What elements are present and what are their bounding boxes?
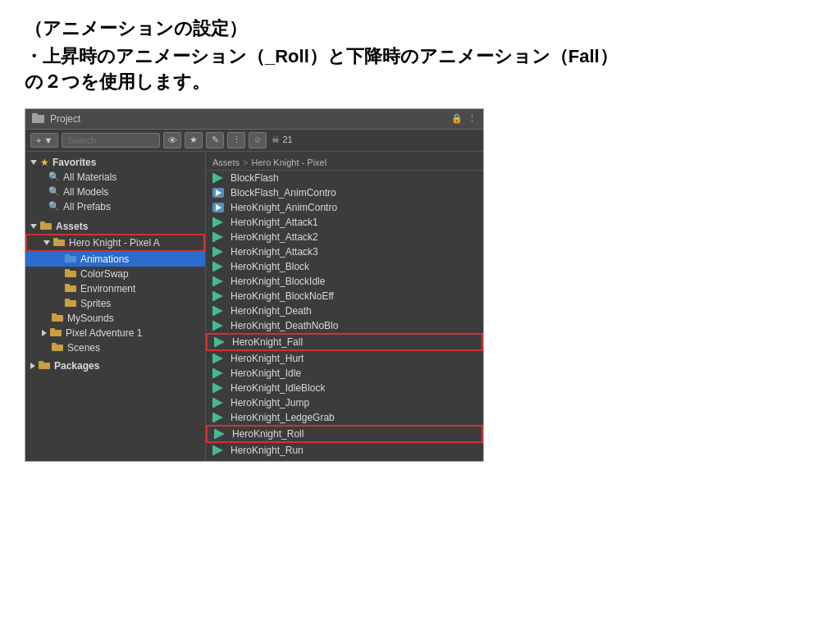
hero-knight-label: Hero Knight - Pixel A (69, 237, 160, 249)
svg-rect-56 (214, 429, 217, 439)
list-item[interactable]: HeroKnight_Fall (206, 333, 483, 351)
packages-item[interactable]: Packages (25, 358, 205, 373)
add-button[interactable]: + ▼ (30, 133, 58, 148)
pencil-button[interactable]: ✎ (206, 132, 224, 148)
svg-rect-50 (212, 383, 215, 393)
svg-rect-46 (212, 354, 215, 363)
svg-rect-28 (212, 217, 215, 227)
list-item[interactable]: HeroKnight_Idle (206, 366, 483, 381)
asset-name: BlockFlash_AnimContro (231, 187, 336, 199)
svg-rect-0 (32, 115, 44, 123)
svg-marker-55 (215, 413, 223, 422)
list-item[interactable]: HeroKnight_BlockIdle (206, 274, 483, 289)
list-item[interactable]: HeroKnight_BlockNoEff (206, 289, 483, 304)
all-models-label: All Models (63, 186, 108, 198)
sprites-folder-icon (65, 298, 77, 309)
svg-rect-38 (212, 291, 215, 301)
list-item[interactable]: HeroKnight_Death (206, 304, 483, 318)
asset-name: HeroKnight_Roll (232, 428, 304, 440)
list-item[interactable]: HeroKnight_Attack3 (206, 244, 483, 259)
clip-icon (212, 261, 226, 272)
list-item[interactable]: HeroKnight_AnimContro (206, 200, 483, 215)
favorites-item[interactable]: ★ Favorites (25, 155, 205, 170)
favorites-star-icon: ★ (40, 157, 49, 168)
svg-marker-43 (215, 322, 223, 330)
scenes-label: Scenes (67, 342, 100, 354)
list-item[interactable]: HeroKnight_Jump (206, 395, 483, 410)
panel-toolbar: + ▼ 👁 ★ ✎ ⋮ ☆ ☠ 21 (25, 130, 483, 152)
svg-rect-34 (212, 262, 215, 272)
asset-name: HeroKnight_Block (231, 261, 309, 272)
clip-icon (212, 231, 226, 243)
list-item[interactable]: HeroKnight_Hurt (206, 351, 483, 366)
packages-label: Packages (54, 360, 99, 372)
count-badge: ☠ 21 (272, 135, 292, 145)
list-item[interactable]: HeroKnight_Block (206, 259, 483, 274)
all-prefabs-item[interactable]: 🔍 All Prefabs (25, 199, 205, 214)
assets-arrow (30, 224, 37, 229)
asset-name: HeroKnight_Run (231, 445, 304, 456)
list-item[interactable]: HeroKnight_DeathNoBlo (206, 318, 483, 333)
hero-knight-item[interactable]: Hero Knight - Pixel A (25, 234, 205, 252)
list-item[interactable]: HeroKnight_Run (206, 443, 483, 458)
environment-label: Environment (80, 283, 135, 294)
svg-rect-1 (32, 113, 38, 116)
svg-marker-49 (215, 369, 223, 377)
colorswap-item[interactable]: ColorSwap (25, 267, 205, 281)
svg-rect-4 (53, 240, 65, 246)
animations-folder-icon (65, 253, 77, 265)
star-filter-button[interactable]: ★ (185, 132, 203, 148)
eye-button[interactable]: 👁 (163, 132, 181, 148)
clip-icon (212, 353, 226, 364)
packages-arrow (30, 363, 35, 369)
assets-item[interactable]: Assets (25, 219, 205, 234)
svg-rect-36 (212, 276, 215, 286)
asset-name: HeroKnight_Hurt (231, 353, 304, 364)
asset-name: BlockFlash (231, 172, 279, 184)
animations-item[interactable]: Animations (25, 252, 205, 267)
svg-rect-22 (212, 173, 215, 183)
list-item[interactable]: HeroKnight_Attack2 (206, 230, 483, 244)
favorite-button[interactable]: ☆ (249, 132, 267, 148)
list-item[interactable]: BlockFlash (206, 171, 483, 185)
asset-name: HeroKnight_DeathNoBlo (231, 320, 338, 331)
header-line2: ・上昇時のアニメーション（_Roll）と下降時のアニメーション（Fall） の２… (25, 44, 815, 95)
clip-icon (212, 276, 226, 287)
all-materials-item[interactable]: 🔍 All Materials (25, 170, 205, 185)
assets-label: Assets (56, 221, 88, 232)
all-models-item[interactable]: 🔍 All Models (25, 185, 205, 199)
environment-item[interactable]: Environment (25, 281, 205, 296)
svg-rect-2 (40, 223, 52, 230)
asset-name: HeroKnight_Fall (232, 336, 303, 348)
search-input[interactable] (62, 133, 160, 148)
svg-marker-29 (215, 218, 223, 226)
list-item[interactable]: BlockFlash_AnimContro (206, 185, 483, 200)
asset-name: HeroKnight_Attack2 (231, 231, 318, 243)
asset-name: HeroKnight_Idle (231, 368, 301, 379)
scenes-item[interactable]: Scenes (25, 340, 205, 355)
pixel-adventure-arrow (42, 330, 47, 336)
svg-rect-18 (52, 345, 63, 351)
list-item[interactable]: HeroKnight_Attack1 (206, 215, 483, 230)
search-icon-models: 🔍 (48, 186, 60, 197)
clip-icon (214, 428, 227, 440)
assets-folder-icon (40, 221, 52, 232)
sort-button[interactable]: ⋮ (227, 132, 245, 148)
list-item[interactable]: HeroKnight_LedgeGrab (206, 410, 483, 425)
mysounds-item[interactable]: MySounds (25, 311, 205, 326)
sprites-item[interactable]: Sprites (25, 296, 205, 311)
pixel-adventure-item[interactable]: Pixel Adventure 1 (25, 326, 205, 340)
asset-name: HeroKnight_BlockIdle (231, 276, 325, 287)
svg-marker-35 (215, 262, 223, 271)
list-item[interactable]: HeroKnight_Roll (206, 425, 483, 443)
pixel-adventure-label: Pixel Adventure 1 (66, 327, 142, 339)
svg-rect-20 (39, 363, 50, 369)
pixel-adventure-folder-icon (50, 327, 62, 339)
asset-name: HeroKnight_Jump (231, 397, 309, 409)
all-prefabs-label: All Prefabs (63, 201, 111, 212)
list-item[interactable]: HeroKnight_IdleBlock (206, 381, 483, 395)
search-icon-prefabs: 🔍 (48, 201, 60, 212)
asset-name: HeroKnight_IdleBlock (231, 382, 325, 394)
ctrl-icon (212, 202, 226, 213)
all-materials-label: All Materials (63, 171, 116, 183)
